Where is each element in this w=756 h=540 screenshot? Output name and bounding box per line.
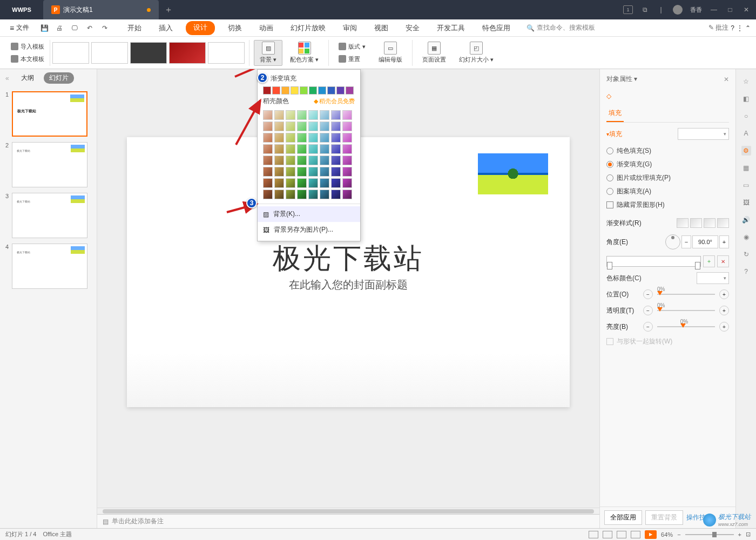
gradient-swatch[interactable] [320, 190, 329, 199]
layout-button[interactable]: 版式 ▾ [336, 42, 368, 52]
gradient-swatch[interactable] [297, 110, 307, 120]
gallery-icon[interactable]: ▦ [741, 163, 751, 173]
sync-icon[interactable]: ◉ [741, 232, 751, 242]
gradient-swatch[interactable] [274, 144, 284, 154]
position-minus[interactable]: − [643, 289, 653, 299]
stop-color-picker[interactable] [697, 272, 729, 284]
gradient-swatch[interactable] [320, 110, 329, 120]
color-swatch[interactable] [281, 86, 289, 94]
wps-logo[interactable]: W WPS [0, 0, 43, 19]
gradient-swatch[interactable] [286, 156, 295, 165]
tab-start[interactable]: 开始 [123, 21, 146, 35]
gradient-style-linear[interactable] [677, 218, 688, 228]
document-tab[interactable]: P 演示文稿1 [43, 0, 159, 19]
widget-icon[interactable]: ⧉ [640, 5, 649, 14]
tab-insert[interactable]: 插入 [154, 21, 177, 35]
user-name[interactable]: 香香 [690, 6, 702, 14]
sound-icon[interactable]: 🔊 [741, 215, 751, 225]
slide-thumb-3[interactable]: 3 极光下载站 [5, 193, 91, 238]
help-icon[interactable]: ? [731, 24, 734, 32]
fit-button[interactable]: ⊡ [746, 531, 751, 538]
slide-subtitle[interactable]: 在此输入您的封面副标题 [127, 278, 570, 292]
notes-view-button[interactable] [631, 531, 640, 538]
adjust-icon[interactable]: ⚙ [741, 146, 751, 156]
this-template-button[interactable]: 本文模板 [9, 54, 46, 64]
gradient-swatch[interactable] [320, 122, 329, 131]
tab-slideshow[interactable]: 幻灯片放映 [286, 21, 330, 35]
gradient-swatch[interactable] [331, 190, 341, 199]
gradient-swatch[interactable] [286, 178, 295, 188]
gradient-swatch[interactable] [331, 122, 341, 131]
picture-icon[interactable]: 🖼 [741, 198, 751, 207]
template-thumb[interactable] [91, 42, 128, 64]
tab-review[interactable]: 审阅 [339, 21, 361, 35]
slide-thumb-2[interactable]: 2 极光下载站 [5, 142, 91, 187]
slides-tab[interactable]: 幻灯片 [44, 72, 74, 84]
zoom-value[interactable]: 64% [661, 531, 673, 538]
gradient-stops-bar[interactable] [606, 256, 701, 267]
notification-badge[interactable]: 1 [623, 5, 633, 14]
command-search[interactable]: 🔍 查找命令、搜索模板 [526, 23, 595, 32]
transparency-plus[interactable]: + [719, 306, 729, 315]
close-window-button[interactable]: ✕ [742, 5, 751, 14]
slide-size-button[interactable]: ◰ 幻灯片大小 ▾ [454, 40, 499, 66]
close-panel-button[interactable]: ✕ [724, 76, 729, 83]
gradient-swatch[interactable] [274, 190, 284, 199]
layout2-icon[interactable]: ▭ [741, 180, 751, 190]
zoom-out-button[interactable]: − [677, 531, 680, 538]
slide-image[interactable] [478, 153, 548, 194]
gradient-swatch[interactable] [342, 178, 352, 188]
gradient-swatch[interactable] [274, 133, 284, 143]
brightness-slider[interactable]: 0% [657, 326, 715, 327]
gradient-swatch[interactable] [342, 110, 352, 120]
maximize-button[interactable]: □ [726, 5, 734, 14]
zoom-slider[interactable] [685, 534, 734, 535]
gradient-swatch[interactable] [263, 190, 273, 199]
gradient-swatch[interactable] [274, 167, 284, 177]
gradient-swatch[interactable] [297, 178, 307, 188]
gradient-swatch[interactable] [342, 190, 352, 199]
collapse-ribbon-icon[interactable]: ⌃ [745, 24, 751, 32]
gradient-swatch[interactable] [342, 156, 352, 165]
gradient-swatch[interactable] [308, 178, 318, 188]
gradient-swatch[interactable] [263, 144, 273, 154]
gradient-swatch[interactable] [320, 144, 329, 154]
angle-dial[interactable] [665, 234, 680, 249]
gradient-swatch[interactable] [263, 122, 273, 131]
outline-tab[interactable]: 大纲 [16, 72, 39, 84]
slideshow-play-button[interactable]: ▶ [645, 530, 657, 539]
fill-tab[interactable]: 填充 [606, 105, 624, 122]
color-swatch[interactable] [300, 86, 308, 94]
gradient-swatch[interactable] [286, 167, 295, 177]
reset-background-button[interactable]: 重置背景 [645, 510, 683, 525]
gradient-swatch[interactable] [331, 133, 341, 143]
template-gallery[interactable] [52, 42, 245, 64]
tab-transition[interactable]: 切换 [224, 21, 246, 35]
minimize-button[interactable]: — [710, 5, 718, 14]
color-swatch[interactable] [346, 86, 354, 94]
gradient-swatch[interactable] [297, 122, 307, 131]
gradient-swatch[interactable] [331, 144, 341, 154]
gradient-swatch[interactable] [263, 156, 273, 165]
color-swatch[interactable] [272, 86, 280, 94]
horizontal-scrollbar[interactable] [97, 508, 599, 514]
gradient-swatch[interactable] [274, 178, 284, 188]
gradient-swatch[interactable] [342, 167, 352, 177]
gradient-swatch[interactable] [263, 178, 273, 188]
gradient-swatch[interactable] [320, 167, 329, 177]
color-swatch[interactable] [263, 86, 271, 94]
position-slider[interactable]: 0% [657, 294, 715, 295]
gradient-style-radial[interactable] [690, 218, 702, 228]
user-avatar[interactable] [673, 5, 683, 15]
gradient-style-rect[interactable] [704, 218, 716, 228]
gradient-swatch[interactable] [274, 122, 284, 131]
brightness-minus[interactable]: − [643, 322, 653, 332]
gradient-swatch[interactable] [342, 122, 352, 131]
color-swatch[interactable] [309, 86, 317, 94]
gradient-swatch[interactable] [331, 156, 341, 165]
template-thumb[interactable] [208, 42, 245, 64]
reset-button[interactable]: 重置 [336, 54, 368, 64]
gradient-swatch[interactable] [286, 133, 295, 143]
gradient-swatch[interactable] [308, 144, 318, 154]
tab-view[interactable]: 视图 [370, 21, 393, 35]
